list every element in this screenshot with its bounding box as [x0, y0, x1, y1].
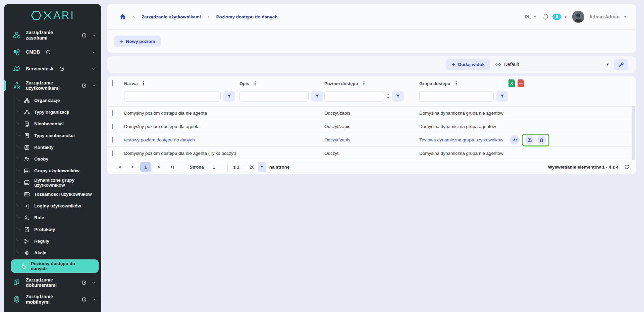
home-icon[interactable]: [119, 13, 126, 20]
user-name[interactable]: Admin Admin: [589, 14, 619, 19]
sidebar-subitem-role[interactable]: Role: [16, 212, 101, 224]
items-summary: Wyświetlanie elementów 1 - 4 z 4: [548, 165, 619, 170]
filter-funnel-button[interactable]: [496, 91, 508, 102]
sidebar-subitem-reguly[interactable]: Reguły: [16, 235, 101, 247]
view-select[interactable]: Default ▼: [493, 59, 611, 70]
view-settings-wrench-button[interactable]: [614, 59, 628, 70]
new-level-button[interactable]: + Nowy poziom: [114, 36, 161, 47]
column-menu-icon[interactable]: ⋮: [253, 80, 258, 86]
per-page-label: na stronę: [269, 165, 290, 170]
cell-grupa-dostepu[interactable]: Testowa dynamiczna grupa użytkowników: [419, 137, 503, 142]
spinner-up-icon[interactable]: ▲: [387, 93, 389, 96]
column-menu-icon[interactable]: ⋮: [141, 80, 146, 86]
row-checkbox[interactable]: [112, 110, 113, 116]
page-number-input[interactable]: [209, 162, 228, 172]
sidebar-subitem-grupy-uzytkownikow[interactable]: Grupy użytkowników: [16, 165, 101, 177]
logo-x-icon: [43, 10, 52, 20]
breadcrumb-link-user-management[interactable]: Zarządzanie użytkownikami: [142, 14, 201, 19]
pagination-prev-button[interactable]: [127, 162, 137, 172]
sidebar-item-ustawienia[interactable]: Ustawienia: [4, 308, 101, 312]
language-selector[interactable]: PL: [525, 14, 531, 19]
sidebar-subitem-nieobecnosci[interactable]: Nieobecności: [16, 118, 101, 130]
filter-spinner[interactable]: ▲ ▼: [387, 93, 389, 100]
edit-button[interactable]: [525, 135, 535, 145]
subitem-label: Dynamiczne grupy użytkowników: [34, 178, 101, 188]
page-size-select[interactable]: 20 ▼: [246, 162, 266, 172]
dashboard-icon: [82, 33, 87, 38]
sidebar-subitem-tozsamosci-uzytkownikow[interactable]: Tożsamości użytkowników: [16, 188, 101, 200]
breadcrumb-separator: ›: [131, 14, 137, 20]
sidebar-subitem-protokoly[interactable]: Protokoły: [16, 224, 101, 235]
page-of-label: z 1: [233, 165, 239, 170]
sidebar-subitem-osoby[interactable]: Osoby: [16, 153, 101, 165]
page-header-card: › Zarządzanie użytkownikami › Poziomy do…: [107, 4, 636, 53]
filter-input-opis[interactable]: [239, 91, 309, 102]
sidebar-item-zarzadzanie-zasobami[interactable]: Zarządzanie zasobami: [4, 27, 101, 44]
preview-eye-button[interactable]: [509, 135, 520, 145]
wrench-icon: [618, 62, 624, 68]
table-row-highlighted[interactable]: testowy poziom dostępu do danych Odczyt/…: [107, 133, 636, 146]
filter-input-poziom-dostepu[interactable]: [324, 91, 384, 102]
sidebar-item-zarzadzanie-uzytkownikami[interactable]: Zarządzanie użytkownikami: [4, 77, 101, 94]
chevron-down-icon[interactable]: ▾: [624, 15, 626, 19]
export-pdf-icon[interactable]: PDF: [518, 79, 524, 87]
data-table-card: Nazwa⋮ Opis⋮ Poziom dostępu⋮ Grupa dostę…: [107, 76, 636, 174]
pagination-last-button[interactable]: [167, 162, 177, 172]
filter-input-grupa-dostepu[interactable]: [419, 91, 494, 102]
add-view-button[interactable]: + Dodaj widok: [446, 59, 490, 70]
page-actions: + Nowy poziom: [107, 30, 636, 53]
column-header-poziom-dostepu: Poziom dostępu: [324, 81, 358, 86]
notifications-bell-icon[interactable]: [542, 13, 549, 20]
column-menu-icon[interactable]: ⋮: [453, 80, 459, 86]
sidebar-item-zarzadzanie-dokumentami[interactable]: Zarządzanie dokumentami: [4, 274, 101, 291]
row-checkbox[interactable]: [112, 150, 113, 156]
spinner-down-icon[interactable]: ▼: [387, 97, 389, 100]
sidebar-subitem-organizacje[interactable]: Organizacje: [16, 95, 101, 106]
filter-funnel-button[interactable]: [311, 91, 323, 102]
column-menu-icon[interactable]: ⋮: [361, 80, 366, 86]
notification-count-badge[interactable]: 0: [552, 14, 561, 20]
filter-funnel-button[interactable]: [392, 91, 404, 102]
delete-button[interactable]: [536, 135, 547, 145]
filter-input-nazwa[interactable]: [124, 91, 221, 102]
sidebar-subitem-typy-nieobecnosci[interactable]: Typy nieobecności: [16, 130, 101, 141]
table-row[interactable]: Domyślny poziom dostępu dla nie agenta (…: [107, 146, 636, 160]
cell-poziom-dostepu: Odczyt/zapis: [324, 111, 419, 116]
org-chart-icon: [24, 98, 30, 104]
chevron-down-icon[interactable]: ▾: [534, 15, 536, 19]
table-row[interactable]: Domyślny poziom dostępu dla nie agenta O…: [107, 106, 636, 120]
table-scrollbar-thumb[interactable]: [632, 106, 635, 160]
filter-funnel-button[interactable]: [223, 91, 235, 102]
pagination-first-button[interactable]: [114, 162, 124, 172]
refresh-button[interactable]: [624, 164, 630, 170]
sidebar-subitem-typy-organizacji[interactable]: Typy organizacji: [16, 106, 101, 118]
subitem-label: Loginy użytkowników: [34, 203, 81, 208]
sidebar-item-label: Zarządzanie mobilnymi: [26, 294, 76, 305]
pagination-next-button[interactable]: [154, 162, 164, 172]
sidebar-subitem-kontakty[interactable]: Kontakty: [16, 141, 101, 153]
dashboard-icon: [59, 66, 64, 71]
row-checkbox[interactable]: [112, 124, 113, 129]
sidebar-item-zarzadzanie-mobilnymi[interactable]: Zarządzanie mobilnymi: [4, 291, 101, 308]
cell-nazwa[interactable]: testowy poziom dostępu do danych: [124, 137, 239, 142]
breadcrumb-link-data-access-levels[interactable]: Poziomy dostępu do danych: [216, 14, 277, 19]
sidebar-subitem-dynamiczne-grupy-uzytkownikow[interactable]: Dynamiczne grupy użytkowników: [16, 177, 101, 188]
subitem-label: Poziomy dostępu do danych: [31, 261, 99, 271]
sidebar-item-servicedesk[interactable]: Servicedesk: [4, 60, 101, 77]
pagination-page-1[interactable]: 1: [140, 162, 151, 172]
cell-grupa-dostepu: Domyślna dynamiczna grupa nie agentów: [419, 151, 636, 156]
dashboard-icon: [82, 280, 87, 285]
oxari-logo[interactable]: ARI: [4, 4, 101, 27]
sidebar-item-cmdb[interactable]: CMDB: [4, 44, 101, 60]
chevron-down-icon[interactable]: ▾: [565, 15, 566, 19]
sidebar-subitem-akcje[interactable]: Akcje: [16, 247, 101, 259]
export-excel-icon[interactable]: X: [508, 79, 515, 87]
target-icon: [24, 250, 30, 256]
row-checkbox[interactable]: [112, 137, 113, 143]
table-row[interactable]: Domyślny poziom dostępu dla agenta Odczy…: [107, 120, 636, 133]
assets-hexagons-icon: [13, 31, 21, 39]
select-all-checkbox[interactable]: [112, 80, 113, 86]
avatar[interactable]: [572, 11, 584, 23]
sidebar-subitem-poziomy-dostepu-do-danych[interactable]: Poziomy dostępu do danych: [11, 259, 99, 273]
sidebar-subitem-loginy-uzytkownikow[interactable]: Loginy użytkowników: [16, 200, 101, 212]
